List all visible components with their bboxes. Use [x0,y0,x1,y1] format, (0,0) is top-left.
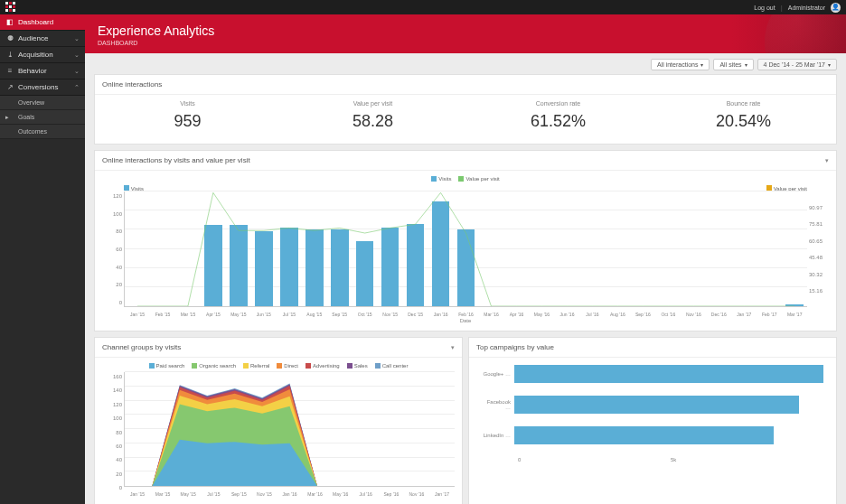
x-tick: Mar '16 [303,491,328,497]
x-tick: Jul '15 [201,491,226,497]
metric-conversion-rate: Conversion rate61.52% [465,95,651,144]
sidebar: ◧Dashboard⚉Audience⌄⤓Acquisition⌄≡Behavi… [0,14,85,504]
x-tick: Oct '15 [352,312,378,317]
x-axis-title: Date [102,318,829,323]
sidebar-subitem-outcomes[interactable]: Outcomes [0,125,85,139]
sidebar-item-dashboard[interactable]: ◧Dashboard [0,14,85,31]
chevron-icon: ⌃ [74,84,80,91]
metric-label: Visits [99,100,277,107]
breadcrumb: DASHBOARD [98,40,833,46]
metric-visits: Visits959 [95,95,280,144]
card-title: Top campaigns by value [476,343,554,351]
x-tick: Jan '17 [731,312,757,317]
sidebar-subitem-goals[interactable]: ▸Goals [0,110,85,125]
metric-value: 61.52% [469,112,647,131]
main-chart: 120100806040200 Jan '15Feb '15Mar '15Apr… [102,191,829,318]
sidebar-item-behavior[interactable]: ≡Behavior⌄ [0,63,85,79]
avatar[interactable]: 👤 [831,3,841,13]
nav-icon: ↗ [5,83,14,91]
nav-icon: ≡ [5,67,14,75]
y-axis-left: 120100806040200 [102,191,124,318]
metric-value-per-visit: Value per visit58.28 [280,95,465,144]
x-tick: Sep '16 [379,491,404,497]
sidebar-item-conversions[interactable]: ↗Conversions⌃ [0,79,85,96]
x-tick: May '15 [175,491,201,497]
x-tick: Jan '15 [125,491,150,497]
main: Experience Analytics DASHBOARD All inter… [85,14,846,504]
metrics-row: Visits959Value per visit58.28Conversion … [95,95,836,144]
user-label[interactable]: Administrator [788,5,825,11]
sidebar-item-label: Acquisition [18,51,53,59]
sidebar-item-audience[interactable]: ⚉Audience⌄ [0,31,85,47]
x-tick: Jan '15 [125,312,150,317]
chart-legend: Paid searchOrganic searchReferralDirectA… [102,363,455,369]
campaign-bar [514,426,774,444]
sidebar-subitem-overview[interactable]: Overview [0,96,85,110]
collapse-icon[interactable]: ▾ [825,157,829,164]
x-tick: Nov '15 [378,312,403,317]
channel-chart: 160140120100806040200 Jan '15Mar '15May … [102,372,455,503]
x-tick: Apr '15 [201,312,226,317]
card-title: Channel groups by visits [102,343,181,351]
campaign-row: LinkedIn … [482,426,823,444]
x-tick: Apr '16 [504,312,530,317]
chevron-icon: ⌄ [74,35,80,42]
x-tick: Oct '16 [655,312,681,317]
campaign-bar [514,396,799,414]
filter-interactions[interactable]: All interactions [651,59,710,70]
x-tick: Mar '17 [782,312,807,317]
x-tick: Dec '16 [706,312,731,317]
content: Online interactions Visits959Value per v… [85,74,846,504]
topbar: Log out | Administrator 👤 [0,0,846,14]
x-tick: Mar '15 [150,491,175,497]
x-tick: Dec '15 [403,312,428,317]
card-title: Online interactions by visits and value … [102,156,250,164]
campaign-bar [514,365,823,383]
x-tick: May '16 [530,312,555,317]
x-tick: Jan '16 [428,312,454,317]
x-tick: Jul '16 [353,491,379,497]
x-tick: Nov '16 [681,312,706,317]
metric-value: 58.28 [284,112,462,131]
x-tick: Aug '15 [302,312,327,317]
sidebar-item-acquisition[interactable]: ⤓Acquisition⌄ [0,47,85,63]
x-tick: Nov '15 [251,491,277,497]
nav-icon: ◧ [5,18,14,26]
filter-sites[interactable]: All sites [713,59,753,70]
online-interactions-card: Online interactions Visits959Value per v… [94,74,837,145]
y-axis-right: 90.9775.8160.6545.4830.3215.16 [807,191,829,318]
logout-link[interactable]: Log out [754,5,775,11]
metric-label: Conversion rate [469,100,647,107]
plot-area: Jan '15Mar '15May '15Jul '15Sep '15Nov '… [124,372,455,487]
filter-date-range[interactable]: 4 Dec '14 - 25 Mar '17 [757,59,837,70]
app-logo [5,2,16,13]
chart-legend-center: Visits Value per visit [102,176,829,182]
chevron-icon: ⌄ [74,51,80,59]
x-tick: Feb '17 [757,312,782,317]
campaign-label: Facebook … [482,399,514,410]
campaign-label: Google+ … [482,371,514,377]
sidebar-item-label: Behavior [18,67,47,75]
page-title: Experience Analytics [98,23,833,38]
x-tick: Sep '16 [630,312,655,317]
campaign-row: Google+ … [482,365,823,383]
x-tick: Sep '15 [327,312,352,317]
metric-value: 20.54% [654,112,832,131]
x-tick: Aug '16 [605,312,630,317]
x-tick: Jan '16 [277,491,302,497]
x-tick: Jul '16 [579,312,605,317]
sidebar-item-label: Dashboard [18,18,53,26]
x-tick: Jun '15 [251,312,277,317]
y-axis-left: 160140120100806040200 [102,372,124,503]
collapse-icon[interactable]: ▾ [451,344,455,351]
x-tick: Mar '15 [175,312,201,317]
campaign-label: LinkedIn … [482,433,514,438]
x-tick: Feb '15 [150,312,175,317]
visits-value-chart-card: Online interactions by visits and value … [94,150,837,331]
nav-icon: ⚉ [5,34,14,42]
campaign-row: Facebook … [482,396,823,414]
metric-value: 959 [99,112,277,131]
x-tick: Feb '16 [454,312,479,317]
card-title: Online interactions [102,80,162,89]
metric-label: Bounce rate [654,100,832,107]
